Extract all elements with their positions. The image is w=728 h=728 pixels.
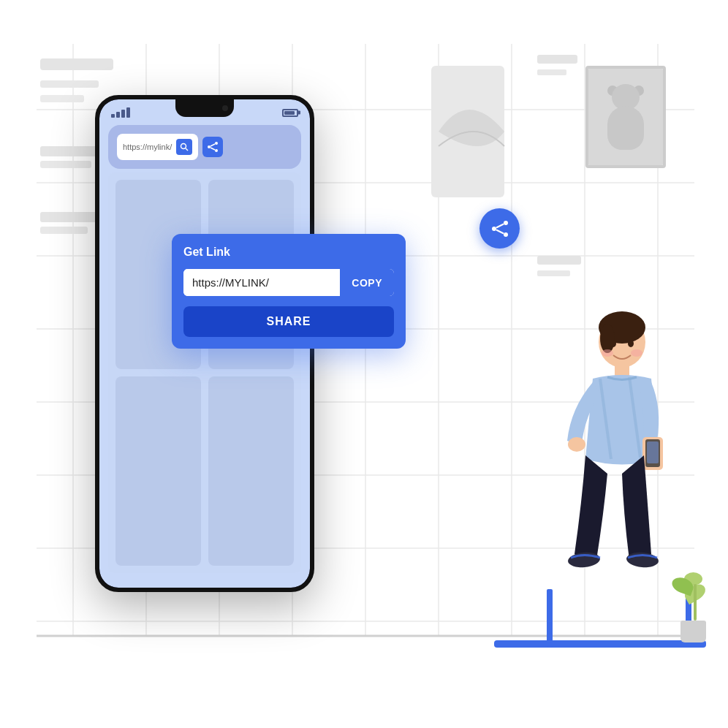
svg-line-41 [496,230,504,233]
signal-bar-4 [126,107,130,118]
signal-indicator [111,107,130,118]
phone-browser-bar: https://mylink/ [108,125,301,169]
phone-notch [175,99,234,117]
phone-url-bar[interactable]: https://mylink/ [117,134,198,160]
svg-rect-48 [647,441,659,463]
phone-content-area [108,172,301,573]
svg-rect-29 [431,66,504,197]
get-link-dialog: Get Link COPY SHARE [172,234,406,349]
phone-card-4 [208,376,294,566]
svg-rect-20 [40,95,84,102]
signal-bar-2 [116,112,120,118]
svg-point-39 [504,232,508,237]
phone-url-text: https://mylink/ [123,143,172,151]
svg-point-53 [628,340,634,347]
svg-rect-27 [537,256,581,265]
picture-content [588,69,663,165]
svg-line-31 [186,148,188,151]
share-button[interactable]: SHARE [183,306,394,337]
svg-line-36 [211,148,215,150]
phone-share-icon[interactable] [202,137,223,157]
svg-point-49 [568,437,585,452]
teddy-illustration [600,84,651,150]
svg-point-37 [504,221,508,225]
svg-point-33 [208,145,211,148]
wall-picture-frame [585,66,666,168]
svg-line-35 [211,144,215,146]
phone-card-3 [115,376,201,566]
svg-point-54 [602,349,613,357]
person-illustration [534,298,695,642]
scene: https://mylink/ Get [0,0,728,728]
svg-rect-23 [40,212,102,222]
signal-bar-1 [111,114,115,118]
share-icon-svg [490,219,509,238]
svg-rect-28 [537,270,570,276]
svg-point-32 [215,142,218,145]
signal-bar-3 [121,110,125,118]
share-bubble-icon [479,208,520,249]
phone-search-icon[interactable] [176,139,192,155]
svg-point-34 [215,149,218,152]
svg-rect-22 [40,161,91,168]
dialog-url-row: COPY [183,269,394,296]
svg-point-38 [492,227,496,231]
svg-rect-18 [40,58,113,70]
svg-rect-24 [40,227,88,234]
svg-rect-26 [537,69,566,75]
svg-point-52 [610,340,616,347]
phone-camera [222,105,228,111]
svg-point-30 [181,144,186,149]
dialog-title: Get Link [183,246,394,259]
copy-button[interactable]: COPY [340,269,394,296]
svg-point-44 [600,324,615,353]
svg-rect-25 [537,55,577,64]
svg-rect-19 [40,80,99,88]
battery-indicator [282,109,298,117]
svg-point-55 [631,349,642,357]
battery-fill [284,111,295,115]
dialog-url-input[interactable] [183,269,340,296]
svg-line-40 [496,224,504,227]
